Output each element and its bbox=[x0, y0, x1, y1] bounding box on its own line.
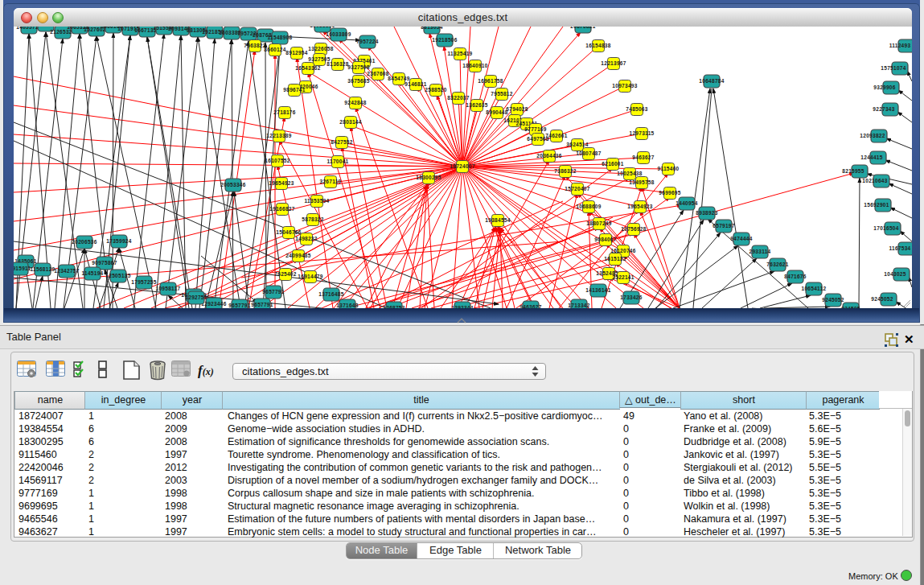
svg-text:15720407: 15720407 bbox=[565, 186, 589, 192]
svg-text:15692901: 15692901 bbox=[864, 202, 889, 208]
svg-text:14136141: 14136141 bbox=[585, 287, 610, 293]
svg-text:8215955: 8215955 bbox=[842, 168, 864, 174]
svg-text:1615132: 1615132 bbox=[604, 256, 626, 262]
svg-text:10973493: 10973493 bbox=[612, 83, 637, 89]
svg-text:18640910: 18640910 bbox=[462, 63, 487, 68]
svg-text:20876821: 20876821 bbox=[570, 27, 595, 29]
svg-text:9115460: 9115460 bbox=[657, 166, 679, 171]
svg-text:8427552: 8427552 bbox=[331, 139, 352, 145]
svg-text:9463627: 9463627 bbox=[519, 304, 541, 308]
svg-text:17957255: 17957255 bbox=[131, 279, 156, 285]
svg-text:1112493: 1112493 bbox=[889, 43, 911, 48]
svg-text:1292344: 1292344 bbox=[451, 305, 473, 308]
svg-text:2718176: 2718176 bbox=[273, 109, 295, 115]
svg-text:1440954: 1440954 bbox=[676, 200, 697, 206]
svg-text:5878322: 5878322 bbox=[302, 216, 323, 222]
svg-text:9474444: 9474444 bbox=[730, 236, 752, 241]
svg-text:12973115: 12973115 bbox=[630, 130, 655, 136]
svg-text:15751074: 15751074 bbox=[881, 65, 906, 71]
svg-text:1167534: 1167534 bbox=[889, 245, 910, 251]
svg-text:16154838: 16154838 bbox=[585, 43, 610, 48]
svg-text:20206536: 20206536 bbox=[72, 239, 97, 245]
svg-text:8912954: 8912954 bbox=[285, 50, 307, 56]
svg-text:9657791: 9657791 bbox=[262, 289, 284, 295]
svg-text:9242848: 9242848 bbox=[344, 100, 366, 105]
svg-text:16961758: 16961758 bbox=[478, 78, 503, 84]
svg-text:2522141: 2522141 bbox=[612, 274, 634, 280]
svg-text:2367608: 2367608 bbox=[367, 71, 388, 76]
svg-text:7955812: 7955812 bbox=[491, 91, 512, 97]
svg-text:7485063: 7485063 bbox=[626, 106, 647, 112]
svg-text:11548908: 11548908 bbox=[268, 35, 293, 40]
svg-text:9327508: 9327508 bbox=[347, 64, 369, 70]
svg-text:16033809: 16033809 bbox=[310, 27, 335, 28]
svg-text:1292759: 1292759 bbox=[185, 295, 207, 300]
svg-text:1244415: 1244415 bbox=[860, 154, 882, 160]
svg-text:10756928: 10756928 bbox=[621, 226, 646, 232]
svg-text:9777169: 9777169 bbox=[524, 126, 546, 132]
svg-text:1371648: 1371648 bbox=[336, 303, 358, 308]
svg-text:20364436: 20364436 bbox=[536, 153, 561, 159]
svg-text:18300295: 18300295 bbox=[416, 175, 441, 180]
svg-text:9657791: 9657791 bbox=[228, 303, 250, 308]
svg-text:12923446: 12923446 bbox=[201, 301, 226, 307]
svg-text:24099485: 24099485 bbox=[285, 253, 310, 258]
svg-text:12213967: 12213967 bbox=[601, 60, 626, 66]
svg-text:19166827: 19166827 bbox=[269, 206, 294, 212]
svg-text:17016504: 17016504 bbox=[873, 225, 898, 231]
svg-text:3267110: 3267110 bbox=[319, 179, 341, 184]
svg-text:9329906: 9329906 bbox=[873, 84, 895, 90]
svg-text:6579197: 6579197 bbox=[713, 223, 734, 229]
svg-text:11568129: 11568129 bbox=[31, 266, 55, 272]
svg-text:15046766: 15046766 bbox=[276, 229, 301, 235]
svg-text:11325419: 11325419 bbox=[448, 51, 473, 56]
svg-text:10654112: 10654112 bbox=[802, 286, 827, 291]
svg-text:10025438: 10025438 bbox=[617, 171, 642, 176]
svg-text:2803144: 2803144 bbox=[339, 119, 361, 125]
svg-text:7625402: 7625402 bbox=[274, 271, 296, 277]
svg-text:10958117: 10958117 bbox=[156, 286, 181, 291]
svg-text:17359924: 17359924 bbox=[106, 238, 131, 244]
svg-text:13716485: 13716485 bbox=[318, 291, 343, 297]
svg-text:2933114: 2933114 bbox=[749, 249, 770, 254]
svg-text:12213389: 12213389 bbox=[266, 133, 291, 138]
svg-text:9146821: 9146821 bbox=[405, 81, 426, 87]
svg-text:9463627: 9463627 bbox=[632, 154, 654, 160]
svg-text:6497568: 6497568 bbox=[527, 136, 548, 142]
svg-text:8990448: 8990448 bbox=[486, 109, 507, 115]
svg-text:12093822: 12093822 bbox=[860, 133, 885, 138]
svg-text:6794028: 6794028 bbox=[506, 106, 528, 112]
svg-text:1043025: 1043025 bbox=[884, 271, 906, 277]
svg-text:7632621: 7632621 bbox=[766, 262, 788, 267]
svg-text:12342757: 12342757 bbox=[54, 268, 79, 274]
svg-text:18724007: 18724007 bbox=[450, 163, 474, 169]
svg-text:19384554: 19384554 bbox=[485, 217, 510, 223]
svg-text:12505135: 12505135 bbox=[105, 273, 130, 278]
svg-text:20053346: 20053346 bbox=[220, 182, 245, 187]
svg-text:9084067: 9084067 bbox=[594, 237, 616, 242]
svg-text:8938923: 8938923 bbox=[696, 210, 717, 216]
svg-text:10807487: 10807487 bbox=[576, 150, 601, 156]
svg-text:1713342: 1713342 bbox=[568, 303, 589, 308]
svg-text:10648784: 10648784 bbox=[699, 78, 724, 84]
svg-text:3624514: 3624514 bbox=[566, 142, 588, 147]
svg-text:9896741: 9896741 bbox=[283, 87, 305, 93]
svg-text:9227343: 9227343 bbox=[873, 106, 894, 112]
svg-text:6216001: 6216001 bbox=[602, 161, 623, 167]
svg-text:1733426: 1733426 bbox=[620, 295, 642, 300]
svg-text:11353594: 11353594 bbox=[305, 198, 330, 204]
svg-text:8660124: 8660124 bbox=[264, 47, 285, 52]
svg-text:10210643: 10210643 bbox=[862, 178, 887, 183]
svg-text:16914479: 16914479 bbox=[298, 274, 322, 279]
svg-text:8813054: 8813054 bbox=[421, 27, 442, 30]
svg-text:1170041: 1170041 bbox=[326, 159, 348, 164]
svg-text:7957224: 7957224 bbox=[356, 39, 378, 44]
svg-text:16107552: 16107552 bbox=[265, 158, 290, 163]
svg-text:1145194: 1145194 bbox=[81, 270, 103, 276]
svg-text:8322037: 8322037 bbox=[447, 95, 469, 101]
svg-text:13495758: 13495758 bbox=[629, 179, 654, 185]
svg-text:3675685: 3675685 bbox=[347, 78, 369, 84]
svg-text:9245052: 9245052 bbox=[822, 297, 844, 303]
svg-text:18807249: 18807249 bbox=[586, 220, 611, 226]
svg-text:7563822: 7563822 bbox=[244, 43, 265, 48]
